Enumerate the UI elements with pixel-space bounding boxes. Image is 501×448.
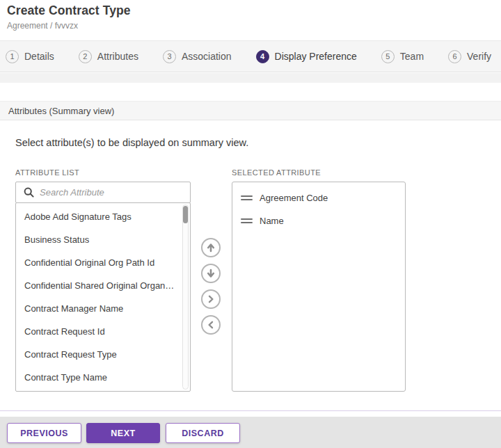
scrollbar-track[interactable]	[182, 205, 189, 390]
attribute-list-item[interactable]: Adobe Add Signature Tags	[16, 205, 190, 228]
step-number: 1	[6, 50, 19, 63]
scrollbar-thumb[interactable]	[183, 206, 188, 223]
page-title: Create Contract Type	[7, 3, 131, 18]
step-label: Display Preference	[275, 51, 357, 62]
attribute-list: Adobe Add Signature Tags Business Status…	[15, 202, 191, 392]
search-icon	[24, 187, 34, 198]
move-left-button[interactable]	[201, 315, 221, 335]
step-label: Details	[24, 51, 54, 62]
step-attributes[interactable]: 2 Attributes	[79, 50, 138, 63]
step-label: Team	[400, 51, 424, 62]
step-label: Verify	[467, 51, 491, 62]
instruction-text: Select attribute(s) to be displayed on s…	[15, 137, 248, 148]
step-details[interactable]: 1 Details	[6, 50, 54, 63]
step-display-preference[interactable]: 4 Display Preference	[256, 50, 357, 63]
background-band	[0, 73, 501, 83]
attribute-list-item[interactable]: Business Status	[16, 228, 190, 251]
selected-attribute-row[interactable]: Agreement Code	[232, 186, 405, 209]
step-number: 2	[79, 50, 92, 63]
selected-attribute-name: Agreement Code	[260, 193, 328, 203]
move-down-button[interactable]	[201, 264, 221, 283]
step-association[interactable]: 3 Association	[163, 50, 232, 63]
step-team[interactable]: 5 Team	[381, 50, 424, 63]
discard-button[interactable]: DISCARD	[166, 423, 240, 443]
footer-bar: PREVIOUS NEXT DISCARD	[0, 417, 501, 448]
attribute-list-item[interactable]: Contract Manager Name	[16, 297, 190, 320]
search-attribute-input[interactable]	[40, 187, 190, 198]
next-button[interactable]: NEXT	[86, 423, 160, 443]
step-label: Association	[182, 51, 232, 62]
step-verify[interactable]: 6 Verify	[448, 50, 491, 63]
search-box	[15, 182, 191, 203]
page-header: Create Contract Type Agreement / fvvvzx	[0, 0, 501, 40]
attribute-list-item[interactable]: Contract Request Id	[16, 320, 190, 343]
move-right-button[interactable]	[201, 289, 221, 309]
attribute-list-item[interactable]: Contract Request Type	[16, 343, 190, 366]
chevron-right-icon	[205, 294, 216, 305]
arrow-up-icon	[205, 242, 216, 253]
previous-button[interactable]: PREVIOUS	[7, 423, 81, 443]
breadcrumb: Agreement / fvvvzx	[7, 21, 78, 31]
move-up-button[interactable]	[201, 238, 221, 257]
selected-attribute-name: Name	[260, 216, 284, 226]
chevron-left-icon	[205, 319, 216, 330]
arrow-down-icon	[205, 268, 216, 279]
attribute-list-item[interactable]: Confidential Original Org Path Id	[16, 251, 190, 274]
attribute-list-item[interactable]: Contract Type Name	[16, 366, 190, 389]
step-number: 6	[448, 50, 461, 63]
selected-attribute-row[interactable]: Name	[232, 209, 405, 232]
drag-handle-icon[interactable]	[241, 218, 253, 223]
wizard-stepper: 1 Details 2 Attributes 3 Association 4 D…	[0, 40, 501, 72]
attribute-list-label: ATTRIBUTE LIST	[15, 168, 79, 177]
section-title: Attributes (Summary view)	[8, 106, 114, 116]
step-number: 3	[163, 50, 176, 63]
selected-attribute-label: SELECTED ATTRIBUTE	[232, 168, 321, 177]
step-label: Attributes	[97, 51, 138, 62]
drag-handle-icon[interactable]	[241, 195, 253, 200]
section-header: Attributes (Summary view)	[0, 101, 501, 120]
step-number: 5	[381, 50, 395, 63]
step-number: 4	[256, 50, 269, 63]
footer-divider	[0, 410, 501, 411]
selected-attribute-list: Agreement Code Name	[232, 182, 406, 392]
attribute-list-item[interactable]: Confidential Shared Original Organ…	[16, 274, 190, 297]
